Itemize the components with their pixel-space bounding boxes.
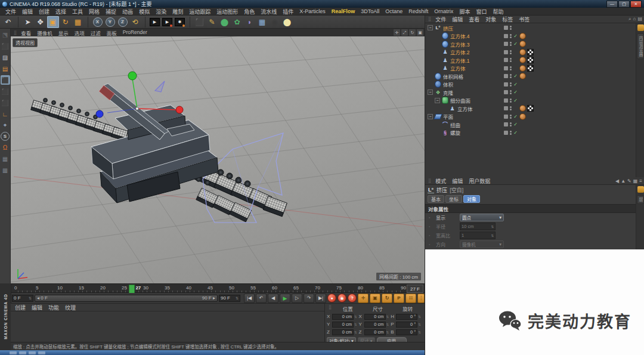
last-tool-icon[interactable]: ▦ (72, 16, 84, 28)
layer-chip[interactable] (504, 106, 508, 110)
pan-icon[interactable]: ✛ (394, 29, 400, 36)
up-icon[interactable]: ▲ (621, 178, 626, 184)
menu-item-摄像机[interactable]: 摄像机 (34, 29, 55, 36)
timeline-ruler[interactable]: 27 27 F 05101520253035404550556065707580… (11, 283, 425, 293)
object-row[interactable]: ♟立方体 (425, 104, 636, 113)
menu-item-纹理[interactable]: 纹理 (62, 304, 79, 311)
frame-range-slider[interactable]: ◂ 0 F90 F ▸ (35, 295, 218, 302)
magnet-icon[interactable]: Ω (1, 143, 10, 152)
visibility-dots[interactable] (510, 50, 512, 54)
phong-tag-icon[interactable] (519, 57, 526, 63)
search-icon[interactable]: ⌕ (628, 16, 631, 22)
半径-field[interactable]: 10 cm⇅ (460, 223, 496, 230)
enable-toggle[interactable]: ✓ (513, 73, 518, 79)
visibility-dots[interactable] (510, 115, 512, 119)
minimize-button[interactable]: — (606, 1, 618, 8)
start-frame-field[interactable]: 0 F⇅ (12, 295, 33, 302)
object-label[interactable]: 立方体 (450, 64, 466, 72)
expand-toggle[interactable]: − (435, 98, 440, 103)
panel-grip-icon[interactable]: ⣿ (12, 30, 18, 35)
zoom-icon[interactable]: ⤢ (401, 29, 408, 36)
visibility-dots[interactable] (510, 34, 512, 38)
tab-坐标[interactable]: 坐标 (445, 195, 462, 203)
layer-chip[interactable] (504, 74, 508, 78)
position-Y-field[interactable]: 0 cm (332, 322, 354, 328)
environment-objects-icon[interactable]: ▦ (256, 16, 268, 28)
menu-item-书签[interactable]: 书签 (516, 16, 532, 23)
size-Z-field[interactable]: 0 cm (364, 329, 386, 335)
object-label[interactable]: 体积 (443, 81, 453, 88)
key-pla-button[interactable]: ∷ (405, 294, 416, 303)
visibility-dots[interactable] (510, 90, 512, 94)
keyframe-presets-button[interactable]: ⋮ (417, 294, 425, 303)
menu-item-面板[interactable]: 面板 (104, 29, 120, 36)
menu-item-模式[interactable]: 模式 (432, 177, 449, 185)
menu-item-查看[interactable]: 查看 (466, 16, 482, 23)
play-sounds-button[interactable]: ? (348, 294, 357, 302)
object-label[interactable]: 克隆 (443, 89, 453, 96)
viewport-solo-icon[interactable]: ⌖ (1, 121, 10, 130)
menu-item-编辑[interactable]: 编辑 (449, 16, 466, 23)
phong-tag-icon[interactable] (519, 49, 526, 55)
menu-item-动画[interactable]: 动画 (119, 8, 136, 16)
object-row[interactable]: 立方体.3✓ (425, 40, 636, 48)
enable-toggle[interactable]: ✓ (513, 130, 518, 135)
panel-icon[interactable]: ▦ (633, 178, 638, 184)
enable-axis-icon[interactable]: ∟ (1, 109, 10, 119)
menu-item-Octane[interactable]: Octane (382, 8, 405, 14)
visibility-dots[interactable] (510, 82, 512, 87)
menu-item-Redshift[interactable]: Redshift (405, 8, 431, 14)
enable-toggle[interactable]: ✓ (513, 122, 518, 127)
coord-system-icon[interactable]: ⟲ (129, 16, 141, 28)
menu-item-文件[interactable]: 文件 (2, 8, 19, 16)
goto-end-button[interactable]: ▶| (315, 294, 326, 303)
menu-item-文件[interactable]: 文件 (432, 16, 449, 23)
visibility-dots[interactable] (510, 58, 512, 62)
tab-基本[interactable]: 基本 (428, 195, 444, 203)
宽高比-field[interactable]: 1⇅ (460, 231, 496, 239)
lock-z-icon[interactable]: Z (117, 16, 129, 28)
render-view-icon[interactable]: ▶ (149, 16, 161, 28)
material-manager[interactable]: 创建编辑功能纹理 (11, 304, 325, 342)
object-row[interactable]: −细分曲面✓ (425, 97, 636, 105)
object-label[interactable]: 立方体.4 (450, 32, 470, 39)
key-scale-button[interactable]: ▣ (370, 294, 380, 303)
menu-icon[interactable]: ≡ (639, 178, 642, 184)
menu-item-帮助[interactable]: 帮助 (490, 8, 506, 16)
layer-chip[interactable] (504, 131, 508, 135)
layer-chip[interactable] (504, 50, 508, 54)
edges-mode-icon[interactable]: ⬛ (1, 87, 10, 96)
generators-icon[interactable]: ⬤ (219, 16, 231, 28)
maximize-button[interactable]: ▢ (618, 1, 630, 8)
object-row[interactable]: ⌒扭曲✓ (425, 121, 636, 129)
light-icon[interactable]: ⬤ (281, 16, 293, 28)
visibility-dots[interactable] (510, 26, 512, 30)
menu-item-标签[interactable]: 标签 (499, 16, 516, 23)
viewport[interactable]: ⣿ 查看摄像机显示选项过滤面板ProRender ✛⤢↻▣ 透视视图 网格间距 … (11, 29, 425, 283)
camera-icon[interactable]: ◉ (269, 16, 281, 28)
prev-key-button[interactable]: ↶ (256, 294, 267, 303)
expand-toggle[interactable]: − (428, 25, 433, 30)
menu-item-RealFlow[interactable]: RealFlow (329, 8, 358, 14)
goto-start-button[interactable]: |◀ (244, 294, 255, 303)
object-row[interactable]: ♟立方体.2 (425, 48, 636, 57)
object-label[interactable]: 立方体.3 (450, 41, 470, 48)
move-icon[interactable]: ✥ (35, 16, 47, 28)
object-label[interactable]: 平面 (443, 113, 453, 120)
object-row[interactable]: ♟立方体 (425, 64, 636, 73)
position-Z-field[interactable]: 0 cm (332, 329, 354, 335)
display-tag-icon[interactable] (527, 65, 534, 72)
rotate-icon[interactable]: ↻ (409, 29, 416, 36)
size-Y-field[interactable]: 0 cm (364, 322, 386, 328)
menu-item-运动图形[interactable]: 运动图形 (213, 8, 241, 16)
layer-chip[interactable] (504, 115, 508, 119)
workplane-align-icon[interactable]: ▦ (1, 165, 10, 175)
display-tag-icon[interactable] (527, 49, 534, 55)
layout-icon[interactable]: ▤ (637, 16, 642, 22)
current-frame-box[interactable]: 27 F (407, 285, 423, 293)
view-label[interactable]: 透视视图 (13, 38, 38, 47)
menu-item-3DToAll[interactable]: 3DToAll (358, 8, 382, 14)
menu-item-ProRender[interactable]: ProRender (120, 29, 150, 36)
menu-item-对象[interactable]: 对象 (482, 16, 499, 23)
layer-chip[interactable] (504, 34, 508, 38)
